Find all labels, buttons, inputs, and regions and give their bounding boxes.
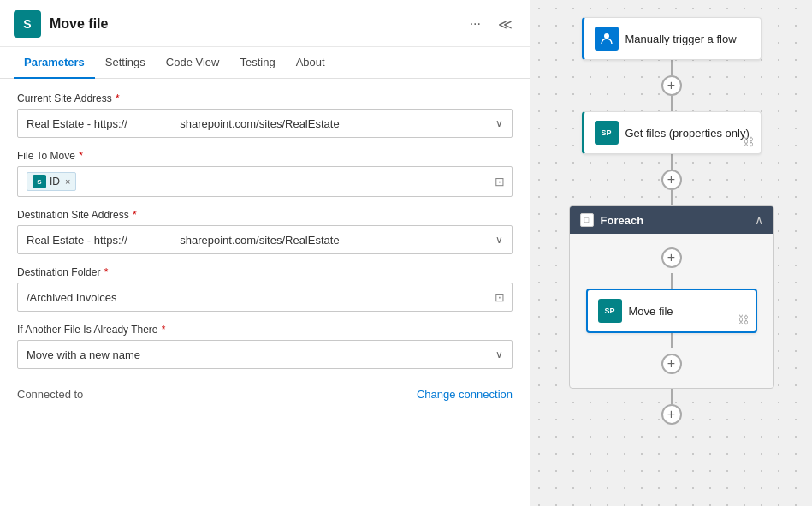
panel-title: Move file [50, 16, 458, 32]
inner-connector-top: + [661, 242, 682, 289]
panel-icon: S [14, 10, 41, 38]
move-file-node[interactable]: SP Move file ⛓ [586, 289, 757, 333]
inner-flow-line-bottom [671, 333, 673, 348]
collapse-panel-button[interactable]: ≪ [495, 15, 516, 34]
dots-icon: ··· [470, 16, 481, 32]
panel-header-actions: ··· ≪ [466, 15, 516, 34]
move-file-icon: SP [598, 299, 622, 323]
foreach-header-left: □ Foreach [580, 213, 644, 227]
foreach-header: □ Foreach ∧ [570, 206, 773, 234]
flow-line-4 [671, 190, 673, 205]
trigger-node-icon [595, 27, 619, 51]
connected-row: Connected to Change connection [17, 381, 513, 408]
move-file-label: Move file [629, 305, 673, 318]
tab-parameters[interactable]: Parameters [14, 47, 95, 79]
destination-folder-icon: ⊡ [495, 290, 505, 304]
foreach-collapse-button[interactable]: ∧ [755, 213, 763, 227]
destination-folder-label: Destination Folder * [17, 266, 513, 278]
flow-canvas: Manually trigger a flow + SP Get files (… [552, 0, 791, 442]
inner-flow-line [671, 273, 673, 289]
file-tag-label: ID [50, 176, 60, 188]
flow-line-3 [671, 154, 673, 170]
trigger-node[interactable]: Manually trigger a flow [582, 17, 762, 60]
destination-site-field-group: Destination Site Address * Real Estate -… [17, 209, 513, 254]
add-step-button-1[interactable]: + [661, 75, 682, 96]
connected-label: Connected to [17, 388, 417, 401]
if-another-file-value: Move with a new name [27, 348, 495, 361]
file-tag-icon: S [33, 175, 46, 188]
panel-icon-letter: S [23, 17, 31, 31]
destination-site-dropdown[interactable]: Real Estate - https:// sharepoint.com/si… [17, 225, 513, 254]
change-connection-link[interactable]: Change connection [417, 388, 513, 401]
foreach-container: □ Foreach ∧ + SP Move file ⛓ [569, 205, 774, 389]
file-tag: S ID × [27, 172, 76, 191]
collapse-icon: ≪ [498, 16, 513, 33]
destination-folder-input[interactable]: /Archived Invoices ⊡ [17, 283, 513, 312]
tab-code-view[interactable]: Code View [156, 47, 230, 79]
inner-add-button-bottom[interactable]: + [661, 354, 682, 374]
foreach-title: Foreach [601, 214, 644, 227]
current-site-arrow-icon: ∨ [495, 117, 503, 129]
get-files-icon: SP [595, 121, 619, 145]
foreach-body: + SP Move file ⛓ + [570, 234, 773, 388]
destination-folder-field-group: Destination Folder * /Archived Invoices … [17, 266, 513, 312]
flow-line-5 [671, 389, 673, 404]
move-file-link-icon: ⛓ [738, 313, 749, 326]
trigger-node-label: Manually trigger a flow [625, 33, 737, 45]
current-site-dropdown[interactable]: Real Estate - https:// sharepoint.com/si… [17, 109, 513, 138]
connector-1: + [661, 60, 682, 111]
add-step-button-2[interactable]: + [661, 170, 682, 190]
add-step-button-bottom[interactable]: + [661, 404, 682, 425]
panel-header: S Move file ··· ≪ [0, 0, 530, 47]
file-to-move-label: File To Move * [17, 150, 513, 162]
connector-2: + [661, 154, 682, 205]
flow-line-1 [671, 60, 673, 75]
right-panel: Manually trigger a flow + SP Get files (… [530, 0, 812, 506]
tab-bar: Parameters Settings Code View Testing Ab… [0, 47, 530, 79]
foreach-rect-icon: □ [580, 213, 594, 227]
tab-settings[interactable]: Settings [95, 47, 156, 79]
flow-line-2 [671, 96, 673, 111]
form-area: Current Site Address * Real Estate - htt… [0, 79, 530, 506]
get-files-link-icon: ⛓ [743, 135, 754, 148]
destination-site-arrow-icon: ∨ [495, 234, 503, 246]
if-another-file-label: If Another File Is Already There * [17, 324, 513, 336]
more-options-button[interactable]: ··· [466, 15, 484, 33]
get-files-node[interactable]: SP Get files (properties only) ⛓ [582, 111, 762, 154]
if-another-file-field-group: If Another File Is Already There * Move … [17, 324, 513, 369]
destination-site-value: Real Estate - https:// sharepoint.com/si… [27, 234, 495, 247]
get-files-label: Get files (properties only) [625, 127, 750, 140]
current-site-field-group: Current Site Address * Real Estate - htt… [17, 92, 513, 138]
destination-folder-value: /Archived Invoices [27, 291, 503, 304]
current-site-label: Current Site Address * [17, 92, 513, 104]
connector-3: + [661, 389, 682, 425]
file-input-icon: ⊡ [495, 175, 505, 188]
tab-about[interactable]: About [286, 47, 335, 79]
svg-point-0 [604, 33, 609, 39]
file-to-move-input[interactable]: S ID × ⊡ [17, 166, 513, 197]
inner-connector-bottom: + [661, 333, 682, 379]
if-another-file-dropdown[interactable]: Move with a new name ∨ [17, 340, 513, 369]
if-another-file-arrow-icon: ∨ [495, 348, 503, 360]
current-site-value-left: Real Estate - https:// sharepoint.com/si… [27, 117, 495, 130]
destination-site-label: Destination Site Address * [17, 209, 513, 221]
inner-add-button-top[interactable]: + [661, 247, 682, 268]
file-tag-close-button[interactable]: × [65, 176, 70, 187]
tab-testing[interactable]: Testing [229, 47, 285, 79]
file-to-move-field-group: File To Move * S ID × ⊡ [17, 150, 513, 197]
left-panel: S Move file ··· ≪ Parameters Settings Co… [0, 0, 530, 506]
